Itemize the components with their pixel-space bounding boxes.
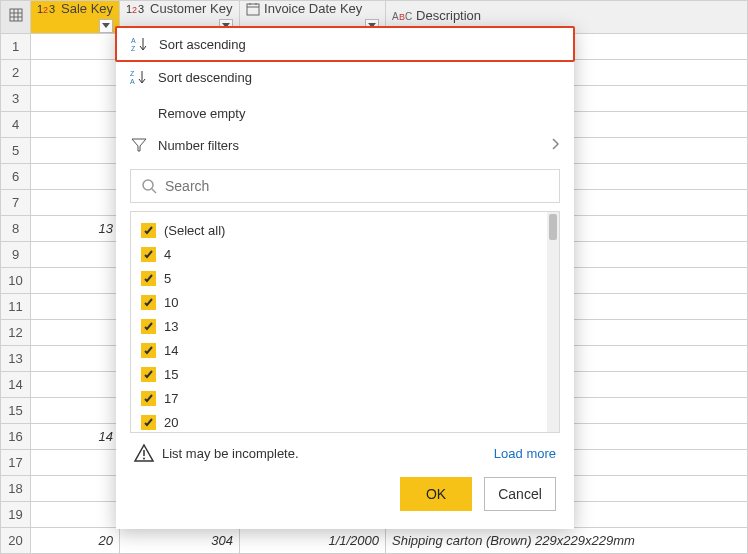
- svg-text:3: 3: [49, 3, 55, 15]
- number-filters[interactable]: Number filters: [116, 129, 574, 161]
- ok-button[interactable]: OK: [400, 477, 472, 511]
- cell-sale-key[interactable]: 14: [31, 423, 120, 449]
- table-corner[interactable]: [1, 1, 31, 34]
- row-number[interactable]: 1: [1, 33, 31, 59]
- filter-value-item[interactable]: 20: [141, 410, 537, 432]
- scrollbar[interactable]: [547, 212, 559, 432]
- filter-value-item[interactable]: 14: [141, 338, 537, 362]
- svg-text:Z: Z: [130, 70, 135, 77]
- row-number[interactable]: 2: [1, 59, 31, 85]
- cell-sale-key[interactable]: [31, 319, 120, 345]
- svg-text:Z: Z: [131, 45, 136, 52]
- row-number[interactable]: 9: [1, 241, 31, 267]
- cell-sale-key[interactable]: [31, 189, 120, 215]
- cell-sale-key[interactable]: [31, 241, 120, 267]
- cell-sale-key[interactable]: [31, 475, 120, 501]
- cell-sale-key[interactable]: [31, 111, 120, 137]
- row-number[interactable]: 7: [1, 189, 31, 215]
- menu-label: Remove empty: [158, 106, 245, 121]
- cell-sale-key[interactable]: [31, 85, 120, 111]
- cell-sale-key[interactable]: [31, 163, 120, 189]
- row-number[interactable]: 19: [1, 501, 31, 527]
- filter-value-item[interactable]: 4: [141, 242, 537, 266]
- cell-sale-key[interactable]: [31, 449, 120, 475]
- filter-value-label: 15: [164, 367, 178, 382]
- filter-dropdown-button[interactable]: [99, 19, 113, 33]
- table-row[interactable]: 20203041/1/2000Shipping carton (Brown) 2…: [1, 527, 748, 553]
- column-header-sale-key[interactable]: 123 Sale Key: [31, 1, 120, 34]
- svg-marker-8: [102, 23, 110, 28]
- load-more-link[interactable]: Load more: [494, 446, 556, 461]
- row-number[interactable]: 20: [1, 527, 31, 553]
- cell-sale-key[interactable]: [31, 345, 120, 371]
- sort-ascending[interactable]: AZ Sort ascending: [117, 28, 573, 60]
- search-box[interactable]: [130, 169, 560, 203]
- search-icon: [141, 178, 157, 194]
- chevron-down-icon: [102, 23, 110, 29]
- scrollbar-thumb[interactable]: [549, 214, 557, 240]
- checkbox-checked-icon: [141, 319, 156, 334]
- cell-sale-key[interactable]: [31, 137, 120, 163]
- column-label: Sale Key: [61, 1, 113, 16]
- checkbox-checked-icon: [141, 343, 156, 358]
- highlight-sort-ascending: AZ Sort ascending: [115, 26, 575, 62]
- cell-sale-key[interactable]: [31, 397, 120, 423]
- row-number[interactable]: 11: [1, 293, 31, 319]
- svg-text:3: 3: [138, 3, 144, 15]
- cell-sale-key[interactable]: 13: [31, 215, 120, 241]
- row-number[interactable]: 13: [1, 345, 31, 371]
- chevron-right-icon: [552, 138, 560, 153]
- row-number[interactable]: 12: [1, 319, 31, 345]
- cell-sale-key[interactable]: [31, 501, 120, 527]
- text-type-icon: ABC: [392, 9, 412, 23]
- row-number[interactable]: 8: [1, 215, 31, 241]
- column-label: Customer Key: [150, 1, 232, 16]
- filter-value-label: 20: [164, 415, 178, 430]
- filter-value-label: (Select all): [164, 223, 225, 238]
- cell-sale-key[interactable]: [31, 371, 120, 397]
- filter-value-label: 14: [164, 343, 178, 358]
- row-number[interactable]: 10: [1, 267, 31, 293]
- filter-value-item[interactable]: 13: [141, 314, 537, 338]
- checkbox-checked-icon: [141, 295, 156, 310]
- sort-descending[interactable]: ZA Sort descending: [116, 61, 574, 93]
- filter-value-item[interactable]: 17: [141, 386, 537, 410]
- menu-label: Number filters: [158, 138, 239, 153]
- row-number[interactable]: 15: [1, 397, 31, 423]
- filter-value-item[interactable]: 10: [141, 290, 537, 314]
- search-input[interactable]: [165, 178, 549, 194]
- svg-line-29: [152, 189, 156, 193]
- row-number[interactable]: 14: [1, 371, 31, 397]
- cell-sale-key[interactable]: [31, 267, 120, 293]
- svg-point-28: [143, 180, 153, 190]
- row-number[interactable]: 4: [1, 111, 31, 137]
- cell-sale-key[interactable]: [31, 293, 120, 319]
- cell-invoice-date[interactable]: 1/1/2000: [240, 527, 386, 553]
- column-label: Invoice Date Key: [264, 1, 362, 16]
- row-number[interactable]: 16: [1, 423, 31, 449]
- cell-sale-key[interactable]: 20: [31, 527, 120, 553]
- svg-text:2: 2: [43, 5, 48, 15]
- sort-desc-icon: ZA: [130, 69, 148, 85]
- svg-rect-0: [10, 9, 22, 21]
- row-number[interactable]: 6: [1, 163, 31, 189]
- svg-point-32: [143, 458, 145, 460]
- checkbox-checked-icon: [141, 247, 156, 262]
- cell-sale-key[interactable]: [31, 33, 120, 59]
- filter-value-item[interactable]: 5: [141, 266, 537, 290]
- checkbox-checked-icon: [141, 271, 156, 286]
- filter-value-label: 13: [164, 319, 178, 334]
- row-number[interactable]: 18: [1, 475, 31, 501]
- cell-sale-key[interactable]: [31, 59, 120, 85]
- row-number[interactable]: 17: [1, 449, 31, 475]
- cell-description[interactable]: Shipping carton (Brown) 229x229x229mm: [386, 527, 748, 553]
- cancel-button[interactable]: Cancel: [484, 477, 556, 511]
- filter-value-item[interactable]: 15: [141, 362, 537, 386]
- cell-customer-key[interactable]: 304: [120, 527, 240, 553]
- warning-text: List may be incomplete.: [162, 446, 299, 461]
- remove-empty[interactable]: Remove empty: [116, 97, 574, 129]
- row-number[interactable]: 3: [1, 85, 31, 111]
- filter-value-label: 4: [164, 247, 171, 262]
- filter-value-select-all[interactable]: (Select all): [141, 218, 537, 242]
- row-number[interactable]: 5: [1, 137, 31, 163]
